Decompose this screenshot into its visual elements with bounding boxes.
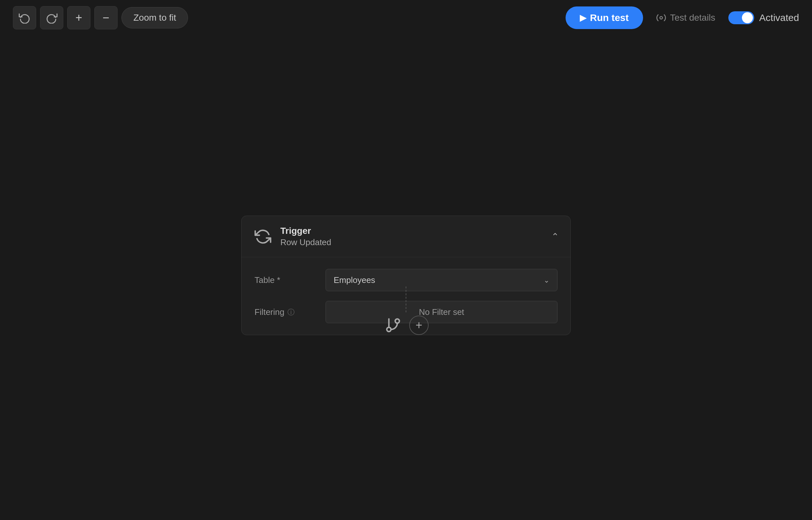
undo-icon: [19, 12, 30, 24]
workflow-canvas: Trigger Row Updated ⌃ Table * Employees …: [0, 35, 812, 520]
filter-button[interactable]: No Filter set: [325, 301, 557, 323]
zoom-to-fit-button[interactable]: Zoom to fit: [122, 7, 188, 28]
trigger-header: Trigger Row Updated ⌃: [242, 216, 570, 257]
filtering-label: Filtering ⓘ: [255, 307, 319, 317]
toolbar-left: + − Zoom to fit: [13, 6, 560, 29]
svg-point-0: [660, 17, 662, 19]
run-test-button[interactable]: ▶ Run test: [566, 6, 643, 29]
branch-icon: [385, 317, 401, 334]
run-test-label: Run test: [590, 12, 629, 23]
zoom-in-button[interactable]: +: [67, 6, 90, 29]
undo-button[interactable]: [13, 6, 36, 29]
table-select[interactable]: Employees ⌄: [325, 269, 557, 291]
test-details-icon: [656, 12, 666, 23]
filter-control: No Filter set: [325, 301, 557, 323]
test-details-link[interactable]: Test details: [656, 12, 715, 23]
branch-button[interactable]: [384, 316, 403, 335]
trigger-icon: [253, 227, 272, 246]
add-step-button[interactable]: +: [409, 316, 428, 335]
connector-line: [406, 286, 406, 312]
redo-button[interactable]: [40, 6, 63, 29]
zoom-in-icon: +: [75, 11, 82, 25]
play-icon: ▶: [580, 13, 586, 23]
zoom-to-fit-label: Zoom to fit: [133, 12, 176, 23]
trigger-title-group: Trigger Row Updated: [280, 226, 332, 248]
trigger-subtitle: Row Updated: [280, 237, 332, 248]
toolbar: + − Zoom to fit ▶ Run test Test details …: [0, 0, 812, 35]
zoom-out-button[interactable]: −: [94, 6, 117, 29]
redo-icon: [46, 12, 57, 24]
trigger-badge: Trigger: [280, 226, 332, 236]
activated-toggle[interactable]: [728, 11, 754, 24]
table-value: Employees: [334, 275, 375, 285]
activated-group: Activated: [728, 11, 799, 24]
activated-label: Activated: [759, 12, 799, 23]
zoom-out-icon: −: [102, 11, 109, 25]
connector-buttons: +: [384, 316, 428, 335]
plus-icon: +: [415, 318, 422, 332]
connector-area: +: [384, 286, 428, 335]
table-label: Table *: [255, 275, 319, 285]
chevron-down-icon: ⌄: [544, 276, 549, 284]
trigger-header-left: Trigger Row Updated: [253, 226, 332, 248]
test-details-label: Test details: [670, 12, 715, 23]
collapse-icon[interactable]: ⌃: [551, 231, 559, 242]
table-select-control: Employees ⌄: [325, 269, 557, 291]
toolbar-right: ▶ Run test Test details Activated: [566, 6, 799, 29]
info-icon[interactable]: ⓘ: [287, 307, 294, 317]
